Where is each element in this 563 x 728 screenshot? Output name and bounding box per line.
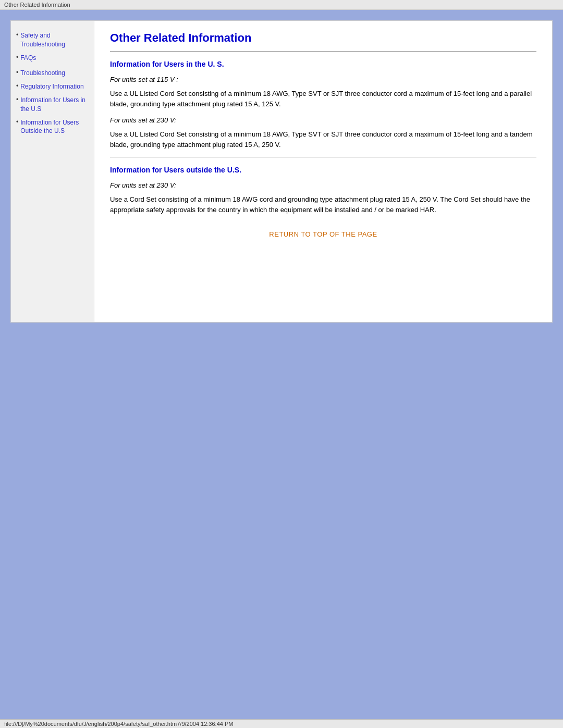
sidebar-link-faqs[interactable]: FAQs bbox=[20, 54, 36, 63]
bullet-troubleshooting: • bbox=[16, 69, 18, 76]
section2-para1-text: Use a Cord Set consisting of a minimum 1… bbox=[110, 194, 536, 215]
sidebar-item-users-outside[interactable]: • Information for Users Outside the U.S bbox=[16, 118, 89, 138]
title-bar: Other Related Information bbox=[0, 0, 563, 10]
sidebar-link-users-outside[interactable]: Information for Users Outside the U.S bbox=[20, 118, 89, 136]
sidebar-link-troubleshooting[interactable]: Troubleshooting bbox=[20, 69, 65, 78]
section1-title: Information for Users in the U. S. bbox=[110, 60, 536, 68]
bullet-faqs: • bbox=[16, 54, 18, 61]
section1-para2-italic: For units set at 230 V: bbox=[110, 116, 536, 124]
sidebar-item-regulatory[interactable]: • Regulatory Information bbox=[16, 82, 89, 93]
return-to-top-link[interactable]: RETURN TO TOP OF THE PAGE bbox=[269, 230, 377, 238]
sidebar: • Safety and Troubleshooting • FAQs • Tr… bbox=[11, 21, 94, 322]
section1-para1-text: Use a UL Listed Cord Set consisting of a… bbox=[110, 89, 536, 109]
page-container: • Safety and Troubleshooting • FAQs • Tr… bbox=[10, 20, 553, 323]
sidebar-item-users-us[interactable]: • Information for Users in the U.S bbox=[16, 96, 89, 115]
sidebar-item-safety[interactable]: • Safety and Troubleshooting bbox=[16, 31, 89, 51]
browser-area: • Safety and Troubleshooting • FAQs • Tr… bbox=[0, 10, 563, 541]
divider-top bbox=[110, 51, 536, 52]
sidebar-link-regulatory[interactable]: Regulatory Information bbox=[20, 82, 83, 91]
section2-para1-italic: For units set at 230 V: bbox=[110, 181, 536, 189]
divider-middle bbox=[110, 157, 536, 157]
section2-title: Information for Users outside the U.S. bbox=[110, 166, 536, 174]
sidebar-link-users-us[interactable]: Information for Users in the U.S bbox=[20, 96, 89, 114]
section1-para1-italic: For units set at 115 V : bbox=[110, 76, 536, 83]
bullet-users-outside: • bbox=[16, 118, 18, 126]
page-title: Other Related Information bbox=[110, 31, 536, 45]
sidebar-link-safety[interactable]: Safety and Troubleshooting bbox=[20, 31, 89, 49]
sidebar-item-faqs[interactable]: • FAQs bbox=[16, 54, 89, 64]
return-link-container[interactable]: RETURN TO TOP OF THE PAGE bbox=[110, 230, 536, 238]
main-content: Other Related Information Information fo… bbox=[94, 21, 552, 322]
bullet-users-us: • bbox=[16, 96, 18, 103]
status-bar-text: file:///D|/My%20documents/dfu/J/english/… bbox=[4, 721, 233, 727]
bottom-background bbox=[10, 323, 553, 531]
bullet-safety: • bbox=[16, 31, 18, 39]
title-bar-text: Other Related Information bbox=[4, 2, 70, 8]
section1-para2-text: Use a UL Listed Cord Set consisting of a… bbox=[110, 129, 536, 150]
status-bar: file:///D|/My%20documents/dfu/J/english/… bbox=[0, 719, 563, 728]
sidebar-item-troubleshooting[interactable]: • Troubleshooting bbox=[16, 69, 89, 79]
bullet-regulatory: • bbox=[16, 82, 18, 90]
